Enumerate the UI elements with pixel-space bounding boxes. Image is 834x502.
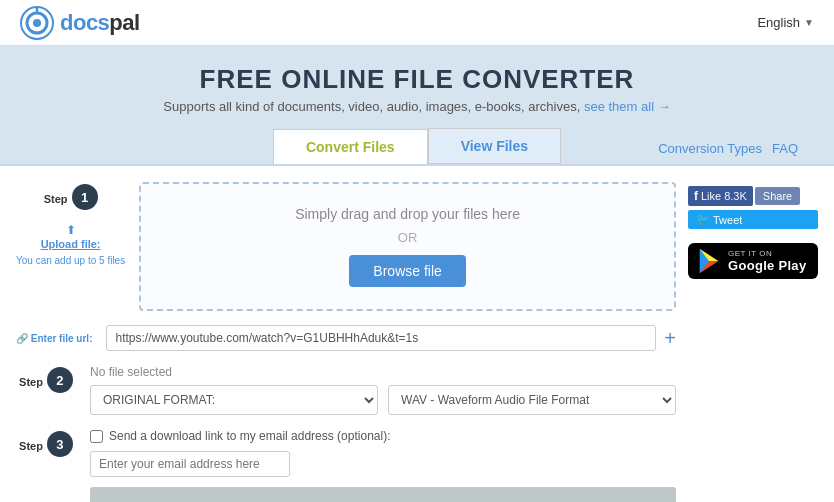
tab-convert-label: Convert Files bbox=[306, 139, 395, 155]
logo: docspal bbox=[20, 6, 140, 40]
url-icon: 🔗 bbox=[16, 333, 28, 344]
step2-label-col: Step 2 bbox=[16, 365, 76, 397]
step3-label-col: Step 3 bbox=[16, 429, 76, 461]
step3-badge: 3 bbox=[47, 431, 73, 457]
logo-text: docspal bbox=[60, 10, 140, 36]
language-selector[interactable]: English ▼ bbox=[757, 15, 814, 30]
fb-like-label: Like bbox=[701, 190, 721, 202]
email-input[interactable] bbox=[90, 451, 290, 477]
logo-icon bbox=[20, 6, 54, 40]
step3-content: Send a download link to my email address… bbox=[90, 429, 676, 502]
gp-text-top: GET IT ON bbox=[728, 249, 806, 258]
fb-share-label: Share bbox=[763, 190, 792, 202]
gp-text-area: GET IT ON Google Play bbox=[728, 249, 806, 273]
tweet-label: Tweet bbox=[713, 214, 742, 226]
logo-text-dark: pal bbox=[109, 10, 139, 35]
step1-row: Step 1 ⬆ Upload file: You can add up to … bbox=[16, 182, 676, 311]
step2-label: Step bbox=[19, 376, 43, 388]
convert-button[interactable]: CONVERT FILES bbox=[90, 487, 676, 502]
drop-text: Simply drag and drop your files here bbox=[161, 206, 654, 222]
svg-point-2 bbox=[33, 19, 41, 27]
social-buttons: f Like 8.3K Share 🐦 Tweet bbox=[688, 186, 818, 229]
fb-like-button[interactable]: f Like 8.3K bbox=[688, 186, 753, 206]
step3-label: Step bbox=[19, 440, 43, 452]
email-label: Send a download link to my email address… bbox=[109, 429, 390, 443]
chevron-down-icon: ▼ bbox=[804, 17, 814, 28]
url-input[interactable] bbox=[106, 325, 656, 351]
fb-like-box: f Like 8.3K Share bbox=[688, 186, 818, 206]
email-row: Send a download link to my email address… bbox=[90, 429, 676, 443]
format-row: ORIGINAL FORMAT: WAV - Waveform Audio Fi… bbox=[90, 385, 676, 415]
step1-label-col: Step 1 ⬆ Upload file: You can add up to … bbox=[16, 182, 125, 268]
email-checkbox[interactable] bbox=[90, 430, 103, 443]
upload-link[interactable]: Upload file: bbox=[16, 238, 125, 250]
url-row: 🔗 Enter file url: + bbox=[16, 325, 676, 351]
steps-area: Step 1 ⬆ Upload file: You can add up to … bbox=[16, 182, 676, 502]
fb-count: 8.3K bbox=[724, 190, 747, 202]
tab-view-label: View Files bbox=[461, 138, 528, 154]
google-play-icon bbox=[698, 249, 720, 273]
hero-title: FREE ONLINE FILE CONVERTER bbox=[20, 64, 814, 95]
tab-view[interactable]: View Files bbox=[428, 128, 561, 164]
hero-section: FREE ONLINE FILE CONVERTER Supports all … bbox=[0, 46, 834, 164]
tweet-button[interactable]: 🐦 Tweet bbox=[688, 210, 818, 229]
format-to-select[interactable]: WAV - Waveform Audio File Format bbox=[388, 385, 676, 415]
url-add-button[interactable]: + bbox=[664, 328, 676, 348]
upload-hint: You can add up to 5 files bbox=[16, 255, 125, 266]
url-input-row: + bbox=[106, 325, 676, 351]
or-text: OR bbox=[161, 230, 654, 245]
twitter-icon: 🐦 bbox=[696, 213, 710, 226]
step2-badge: 2 bbox=[47, 367, 73, 393]
see-all-link[interactable]: see them all → bbox=[584, 99, 671, 114]
hero-subtitle: Supports all kind of documents, video, a… bbox=[20, 99, 814, 114]
step1-label: Step bbox=[44, 193, 68, 205]
step1-badge: 1 bbox=[72, 184, 98, 210]
tabs-container: Convert Files View Files Conversion Type… bbox=[20, 114, 814, 164]
upload-icon: ⬆ bbox=[66, 223, 76, 237]
step2-content: No file selected ORIGINAL FORMAT: WAV - … bbox=[90, 365, 676, 415]
conversion-types-link[interactable]: Conversion Types bbox=[658, 141, 762, 156]
language-label: English bbox=[757, 15, 800, 30]
step3-row: Step 3 Send a download link to my email … bbox=[16, 429, 676, 502]
main-content: Step 1 ⬆ Upload file: You can add up to … bbox=[0, 164, 834, 502]
tab-right-links: Conversion Types FAQ bbox=[658, 141, 798, 156]
url-label-col: 🔗 Enter file url: bbox=[16, 333, 92, 344]
logo-text-blue: docs bbox=[60, 10, 109, 35]
sidebar: f Like 8.3K Share 🐦 Tweet bbox=[688, 182, 818, 502]
google-play-badge[interactable]: GET IT ON Google Play bbox=[688, 243, 818, 279]
url-label: 🔗 Enter file url: bbox=[16, 333, 92, 344]
fb-share-button[interactable]: Share bbox=[755, 187, 800, 205]
faq-link[interactable]: FAQ bbox=[772, 141, 798, 156]
header: docspal English ▼ bbox=[0, 0, 834, 46]
fb-icon: f bbox=[694, 189, 698, 203]
format-from-select[interactable]: ORIGINAL FORMAT: bbox=[90, 385, 378, 415]
drop-zone[interactable]: Simply drag and drop your files here OR … bbox=[139, 182, 676, 311]
tab-convert[interactable]: Convert Files bbox=[273, 129, 428, 164]
gp-text-bottom: Google Play bbox=[728, 258, 806, 273]
no-file-text: No file selected bbox=[90, 365, 676, 379]
url-label-text: Enter file url: bbox=[31, 333, 93, 344]
step2-row: Step 2 No file selected ORIGINAL FORMAT:… bbox=[16, 365, 676, 415]
browse-button[interactable]: Browse file bbox=[349, 255, 465, 287]
